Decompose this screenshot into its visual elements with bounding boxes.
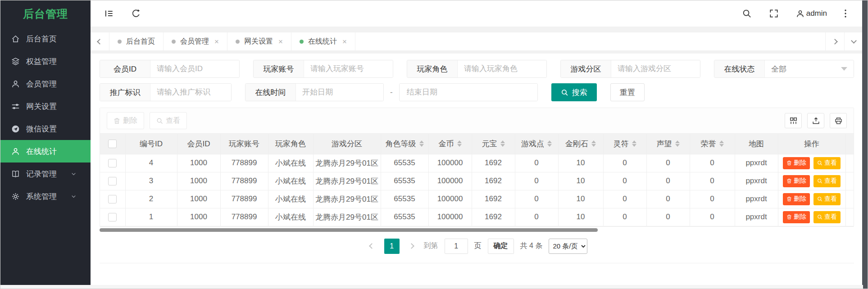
sort-icon[interactable] xyxy=(547,140,552,147)
sort-icon[interactable] xyxy=(457,140,462,147)
tabs-menu-button[interactable] xyxy=(844,32,863,50)
row-delete-button[interactable]: 删除 xyxy=(783,157,810,169)
cell-actions: 删除查看 xyxy=(778,172,845,190)
row-delete-button[interactable]: 删除 xyxy=(783,211,810,223)
search-button[interactable]: 搜索 xyxy=(551,83,597,101)
cell-lingfu: 0 xyxy=(603,172,646,190)
row-delete-label: 删除 xyxy=(794,177,806,185)
sidebar-item-rights[interactable]: 权益管理 xyxy=(0,50,91,72)
column-header-yuanbao[interactable]: 元宝 xyxy=(472,134,515,154)
filter-row-spacer xyxy=(658,83,854,101)
row-checkbox[interactable] xyxy=(108,159,117,167)
cell-role: 小斌在线 xyxy=(268,154,313,172)
column-label: 声望 xyxy=(657,139,672,149)
cell-map: ppxrdt xyxy=(735,190,778,208)
cell-id: 1 xyxy=(125,208,177,226)
column-header-points[interactable]: 游戏点 xyxy=(515,134,558,154)
trash-icon xyxy=(786,196,792,202)
sort-icon[interactable] xyxy=(719,140,724,147)
cell-account: 778899 xyxy=(220,190,268,208)
pagination-goto-input[interactable] xyxy=(445,239,468,254)
batch-view-button[interactable]: 查看 xyxy=(150,112,187,129)
reset-button[interactable]: 重置 xyxy=(610,83,645,101)
pagination-confirm-button[interactable]: 确定 xyxy=(488,239,514,254)
page-size-select[interactable]: 20 条/页 xyxy=(549,239,587,254)
row-delete-button[interactable]: 删除 xyxy=(783,193,810,205)
player-role-input[interactable] xyxy=(458,60,546,77)
sort-icon[interactable] xyxy=(419,140,424,147)
export-button[interactable] xyxy=(807,113,824,128)
filter-promo-id: 推广标识 xyxy=(100,83,232,101)
tabs-scroll-left-button[interactable] xyxy=(91,32,109,50)
row-checkbox[interactable] xyxy=(108,213,117,221)
column-header-lingfu[interactable]: 灵符 xyxy=(603,134,646,154)
sort-icon[interactable] xyxy=(500,140,505,147)
end-date-input[interactable] xyxy=(400,84,537,101)
sort-icon[interactable] xyxy=(675,140,680,147)
columns-filter-button[interactable] xyxy=(785,113,802,128)
sidebar-item-records[interactable]: 记录管理 xyxy=(0,163,91,185)
page-content: 会员ID玩家账号玩家角色游戏分区在线状态全部 推广标识 在线时间 - xyxy=(91,54,863,289)
fullscreen-icon[interactable] xyxy=(769,9,779,18)
sort-icon[interactable] xyxy=(591,140,596,147)
tab-home[interactable]: 后台首页 xyxy=(109,32,164,50)
sidebar-item-home[interactable]: 后台首页 xyxy=(0,27,91,50)
cell-lingfu: 0 xyxy=(603,190,646,208)
tab-close-icon[interactable]: × xyxy=(214,38,219,45)
sort-icon[interactable] xyxy=(632,140,636,147)
search-icon[interactable] xyxy=(742,9,752,18)
row-delete-button[interactable]: 删除 xyxy=(783,175,810,187)
column-header-gold[interactable]: 金币 xyxy=(428,134,472,154)
sidebar-item-members[interactable]: 会员管理 xyxy=(0,72,91,95)
row-view-button[interactable]: 查看 xyxy=(813,157,841,169)
sidebar-item-wechat[interactable]: 微信设置 xyxy=(0,117,91,140)
row-view-button[interactable]: 查看 xyxy=(813,193,841,205)
collapse-menu-icon[interactable] xyxy=(104,9,114,18)
column-header-fame[interactable]: 声望 xyxy=(646,134,690,154)
tab-close-icon[interactable]: × xyxy=(342,38,347,45)
column-label: 灵符 xyxy=(614,139,629,149)
tabs-scroll-right-button[interactable] xyxy=(825,32,844,50)
sidebar-item-gateway[interactable]: 网关设置 xyxy=(0,95,91,117)
user-menu[interactable]: admin xyxy=(796,9,827,18)
game-zone-input[interactable] xyxy=(611,60,700,77)
column-header-level[interactable]: 角色等级 xyxy=(381,134,428,154)
window-vertical-scrollbar[interactable] xyxy=(862,0,868,289)
top-bar-right: admin xyxy=(742,9,847,18)
row-delete-label: 删除 xyxy=(794,213,806,221)
pagination-prev-button[interactable] xyxy=(366,240,378,252)
column-header-honor[interactable]: 荣誉 xyxy=(690,134,735,154)
member-id-input[interactable] xyxy=(150,60,239,77)
horizontal-scrollbar-thumb[interactable] xyxy=(100,228,598,232)
tab-gateway[interactable]: 网关设置× xyxy=(227,32,291,50)
tab-online-stats[interactable]: 在线统计× xyxy=(291,32,355,50)
refresh-icon[interactable] xyxy=(131,9,141,18)
start-date-input[interactable] xyxy=(296,84,383,101)
filter-online-status: 在线状态全部 xyxy=(714,60,854,78)
player-account-input[interactable] xyxy=(304,60,393,77)
sidebar-item-system[interactable]: 系统管理 xyxy=(0,185,91,208)
promo-id-input[interactable] xyxy=(150,84,231,101)
sidebar-item-online-stats[interactable]: 在线统计 xyxy=(0,140,91,163)
pagination-current-page[interactable]: 1 xyxy=(384,239,400,254)
cell-fame: 0 xyxy=(646,190,690,208)
tab-bar: 后台首页会员管理×网关设置×在线统计× xyxy=(91,32,863,51)
tab-members[interactable]: 会员管理× xyxy=(164,32,227,50)
magnifier-icon xyxy=(817,196,823,202)
print-icon-button[interactable] xyxy=(830,113,847,128)
kebab-menu-icon[interactable] xyxy=(844,9,847,18)
tab-close-icon[interactable]: × xyxy=(278,38,283,45)
select-all-checkbox[interactable] xyxy=(108,140,117,148)
column-header-diamond[interactable]: 金刚石 xyxy=(558,134,603,154)
row-view-button[interactable]: 查看 xyxy=(813,211,841,223)
row-view-button[interactable]: 查看 xyxy=(813,175,841,187)
column-label: 会员ID xyxy=(187,139,210,149)
online-status-select[interactable]: 全部 xyxy=(765,60,854,77)
row-checkbox[interactable] xyxy=(108,195,117,203)
row-delete-label: 删除 xyxy=(794,195,806,203)
batch-delete-button[interactable]: 删除 xyxy=(107,112,144,129)
filter-label: 推广标识 xyxy=(100,84,150,101)
row-checkbox[interactable] xyxy=(108,177,117,185)
cell-actions: 删除查看 xyxy=(778,190,845,208)
pagination-next-button[interactable] xyxy=(406,240,418,252)
